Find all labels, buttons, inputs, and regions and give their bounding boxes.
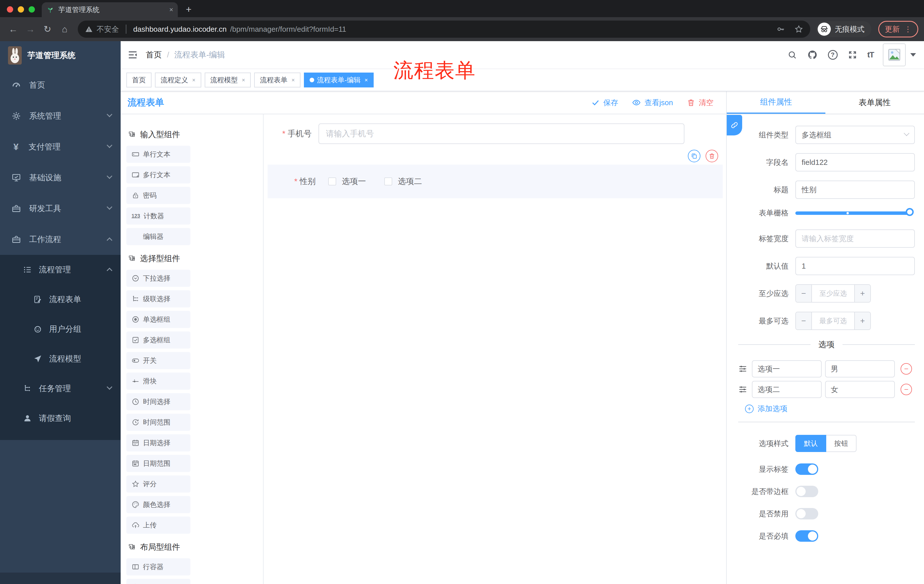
with-border-toggle[interactable] [795,486,818,497]
gender-option2-label[interactable]: 选项二 [398,176,422,187]
slider-handle[interactable] [906,208,914,216]
tag-process-model[interactable]: 流程模型× [205,72,251,87]
maximize-window-button[interactable] [29,6,35,13]
show-label-toggle[interactable] [795,464,818,475]
stepper-minus-button[interactable]: − [796,312,812,329]
sidebar-item-workflow[interactable]: 工作流程 [0,224,120,255]
new-tab-button[interactable]: + [178,4,200,17]
palette-item-date-range[interactable]: 日期范围 [126,455,190,472]
canvas-field-phone[interactable]: 手机号 [264,123,726,144]
browser-tab[interactable]: 芋道管理系统 × [42,2,178,17]
sidebar-item-devtools[interactable]: 研发工具 [0,193,120,224]
remove-option-button[interactable]: − [901,384,912,395]
remove-option-button[interactable]: − [901,363,912,375]
palette-item-button[interactable]: 按钮 [126,579,190,584]
tag-close-icon[interactable]: × [242,77,245,84]
avatar-caret-down-icon[interactable] [910,53,916,57]
required-toggle[interactable] [795,530,818,542]
doc-link-tab[interactable] [727,115,742,135]
stepper-plus-button[interactable]: + [854,312,870,329]
bookmark-star-icon[interactable] [794,25,804,34]
hamburger-icon[interactable] [127,50,138,60]
fullscreen-icon[interactable] [848,50,857,59]
palette-item-cascader[interactable]: 级联选择 [126,290,190,308]
password-key-icon[interactable] [777,25,785,33]
option-value-input[interactable] [825,381,895,398]
palette-item-select[interactable]: 下拉选择 [126,270,190,287]
sidebar-item-infrastructure[interactable]: 基础设施 [0,162,120,193]
form-grid-slider[interactable] [795,211,909,215]
sidebar-item-process-manage[interactable]: 流程管理 [0,255,120,285]
palette-item-date-picker[interactable]: 日期选择 [126,434,190,451]
forward-icon[interactable]: → [23,24,38,35]
sidebar-collapse-bar[interactable] [0,572,120,584]
duplicate-field-button[interactable] [688,150,700,162]
title-input[interactable] [795,181,915,199]
max-select-stepper[interactable]: −最多可选+ [795,312,871,330]
github-icon[interactable] [807,50,818,60]
palette-item-radio-group[interactable]: 单选框组 [126,311,190,328]
help-icon[interactable]: ? [828,50,838,60]
default-value-input[interactable] [795,257,915,275]
gender-option1-label[interactable]: 选项一 [342,176,366,187]
tab-component-props[interactable]: 组件属性 [727,91,825,114]
field-name-input[interactable] [795,153,915,171]
add-option-button[interactable]: + 添加选项 [745,404,915,414]
sidebar-item-user-group[interactable]: 用户分组 [0,314,120,344]
palette-item-time-range[interactable]: 时间范围 [126,414,190,431]
palette-item-editor[interactable]: 编辑器 [126,228,190,245]
close-window-button[interactable] [7,6,13,13]
palette-item-counter[interactable]: 123计数器 [126,207,190,225]
palette-item-password[interactable]: 密码 [126,187,190,204]
disabled-toggle[interactable] [795,508,818,520]
palette-item-time-picker[interactable]: 时间选择 [126,393,190,410]
stepper-minus-button[interactable]: − [796,285,812,302]
form-canvas[interactable]: 手机号 性别 选项 [264,114,726,584]
font-size-icon[interactable]: tT [867,50,874,59]
tag-home[interactable]: 首页 [126,72,152,87]
drag-handle-icon[interactable] [738,385,747,394]
palette-item-switch[interactable]: 开关 [126,352,190,369]
sidebar-item-process-model[interactable]: 流程模型 [0,344,120,374]
delete-field-button[interactable] [706,150,718,162]
sidebar-item-payment[interactable]: ¥ 支付管理 [0,132,120,162]
minimize-window-button[interactable] [18,6,24,13]
tag-close-icon[interactable]: × [192,77,196,84]
tab-close-icon[interactable]: × [169,6,173,14]
view-json-button[interactable]: 查看json [632,98,673,108]
tag-process-form-edit[interactable]: 流程表单-编辑× [304,72,374,87]
tag-close-icon[interactable]: × [291,77,295,84]
style-default-button[interactable]: 默认 [795,435,826,452]
home-icon[interactable]: ⌂ [57,24,72,35]
option-value-input[interactable] [825,360,895,377]
back-icon[interactable]: ← [6,24,21,35]
tag-process-definition[interactable]: 流程定义× [155,72,201,87]
min-select-stepper[interactable]: −至少应选+ [795,284,871,303]
window-controls[interactable] [0,6,42,17]
address-bar[interactable]: 不安全 dashboard.yudao.iocoder.cn/bpm/manag… [78,21,810,38]
palette-item-multi-text[interactable]: 多行文本 [126,166,190,183]
sidebar-item-system[interactable]: 系统管理 [0,100,120,132]
phone-input[interactable] [318,123,685,144]
browser-menu-icon[interactable]: ⋮ [904,25,912,34]
reload-icon[interactable]: ↻ [40,24,55,35]
palette-item-color-picker[interactable]: 颜色选择 [126,496,190,513]
browser-update-button[interactable]: 更新 ⋮ [878,21,918,38]
stepper-plus-button[interactable]: + [854,285,870,302]
palette-item-slider[interactable]: 滑块 [126,373,190,390]
clear-button[interactable]: 清空 [687,98,714,108]
tag-close-icon[interactable]: × [365,77,368,84]
component-type-select[interactable]: 多选框组 [795,126,915,144]
sidebar-item-home[interactable]: 首页 [0,70,120,100]
breadcrumb-home[interactable]: 首页 [146,49,162,60]
palette-item-checkbox-group[interactable]: 多选框组 [126,331,190,349]
option-label-input[interactable] [752,360,822,377]
save-button[interactable]: 保存 [591,98,618,108]
drag-handle-icon[interactable] [738,364,747,373]
option-label-input[interactable] [752,381,822,398]
sidebar-item-process-form[interactable]: 流程表单 [0,285,120,314]
canvas-field-gender-selected[interactable]: 性别 选项一 选项二 [267,165,723,198]
search-icon[interactable] [787,50,797,60]
gender-option1-checkbox[interactable] [328,178,336,186]
palette-item-row-container[interactable]: 行容器 [126,558,190,576]
